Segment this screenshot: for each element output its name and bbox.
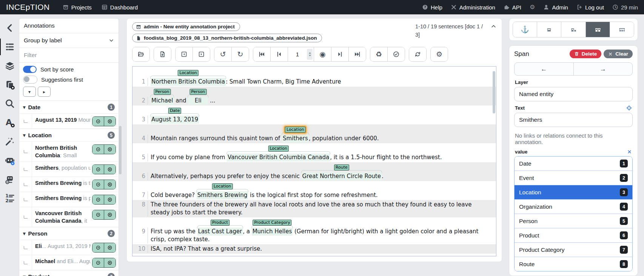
crosshair-icon[interactable] bbox=[626, 105, 632, 111]
panel-left-button[interactable] bbox=[176, 47, 193, 61]
annotation-label-chip[interactable]: Product Category bbox=[253, 220, 292, 226]
suggestion-item[interactable]: Northern British Columbia: Small Town Ch… bbox=[19, 141, 119, 161]
pin-scroll-button[interactable]: ⚓ bbox=[513, 22, 537, 37]
check-circle-button[interactable] bbox=[387, 47, 405, 61]
annotated-span[interactable]: Last Cast LagerProduct bbox=[197, 228, 243, 236]
annotated-span[interactable]: EliPerson bbox=[188, 97, 208, 105]
redo-button[interactable]: ↻ bbox=[231, 47, 249, 61]
nav-item-29-min[interactable]: 29 min bbox=[612, 4, 638, 11]
rail-item-robot[interactable] bbox=[0, 152, 19, 169]
mode-wide-button[interactable] bbox=[610, 22, 634, 37]
rail-item-annotations-list[interactable] bbox=[0, 39, 19, 55]
reject-annotation-button[interactable] bbox=[104, 210, 116, 219]
filter-input[interactable]: Filter bbox=[19, 48, 119, 63]
suggestion-item[interactable]: Smithers Brewing is p bbox=[19, 192, 119, 207]
expand-all-button[interactable]: ▸ bbox=[38, 87, 51, 97]
document-scrollbar[interactable] bbox=[493, 71, 495, 113]
suggestion-item[interactable]: Smithers, population u bbox=[19, 161, 119, 177]
annotation-label-chip[interactable]: Person bbox=[154, 89, 171, 95]
annotation-label-chip[interactable]: Date bbox=[168, 108, 181, 114]
reject-annotation-button[interactable] bbox=[104, 195, 116, 204]
annotated-span[interactable]: Vancouver British Columbia CanadaLocatio… bbox=[227, 154, 330, 161]
refresh-button[interactable] bbox=[409, 47, 426, 61]
group-header-location[interactable]: ▾Location5 bbox=[19, 129, 119, 141]
rail-item-letter-a[interactable]: A bbox=[0, 114, 19, 131]
rail-item-magic-wand[interactable] bbox=[0, 133, 19, 150]
group-header-person[interactable]: ▾Person2 bbox=[19, 227, 119, 240]
suggestion-item[interactable]: Michael and Eli... Augu bbox=[19, 255, 119, 270]
mode-chips-button[interactable] bbox=[585, 22, 610, 37]
group-header-product[interactable]: ▾Product7 bbox=[19, 270, 119, 276]
rail-item-search[interactable] bbox=[0, 95, 19, 112]
rail-item-chevron-left[interactable] bbox=[0, 20, 19, 36]
jump-to-annotation-button[interactable] bbox=[92, 243, 104, 252]
focus-button[interactable]: ◉ bbox=[314, 47, 331, 61]
nav-item-api[interactable]: API bbox=[504, 4, 521, 11]
reject-annotation-button[interactable] bbox=[104, 117, 116, 126]
group-header-date[interactable]: ▾Date1 bbox=[19, 101, 119, 113]
page-number-input[interactable]: 1 bbox=[288, 47, 314, 61]
rail-item-numbered-list[interactable]: 12 bbox=[0, 190, 19, 206]
nav-item-gear[interactable]: ⚙ bbox=[530, 4, 535, 10]
settings-button[interactable]: ⚙ bbox=[431, 47, 448, 61]
chevron-up-icon[interactable] bbox=[491, 23, 496, 29]
reject-annotation-button[interactable] bbox=[104, 180, 116, 189]
annotation-label-chip[interactable]: Route bbox=[334, 164, 349, 171]
rail-item-layers[interactable] bbox=[0, 57, 19, 74]
jump-to-annotation-button[interactable] bbox=[92, 165, 104, 174]
prev-annotation-button[interactable]: ← bbox=[515, 63, 573, 75]
nav-next-button[interactable] bbox=[331, 47, 348, 61]
value-option-product-category[interactable]: Product Category7 bbox=[515, 242, 632, 257]
nav-item-projects[interactable]: Projects bbox=[63, 4, 92, 11]
app-logo[interactable]: INCEpTION bbox=[6, 3, 50, 12]
nav-first-button[interactable] bbox=[253, 47, 270, 61]
mode-labels-button[interactable] bbox=[561, 22, 585, 37]
suggestion-item[interactable]: Vancouver British Columbia Canada, it is… bbox=[19, 207, 119, 227]
jump-to-annotation-button[interactable] bbox=[92, 180, 104, 189]
suggestion-item[interactable]: Eli... August 13, 2019 M bbox=[19, 240, 119, 255]
reject-annotation-button[interactable] bbox=[104, 145, 116, 154]
suggestion-item[interactable]: Smithers Brewing is th bbox=[19, 177, 119, 192]
annotated-span[interactable]: Northern British ColumbiaLocation bbox=[151, 78, 226, 86]
close-icon[interactable] bbox=[627, 149, 632, 154]
reject-annotation-button[interactable] bbox=[104, 258, 116, 267]
delete-button[interactable]: Delete bbox=[570, 50, 602, 58]
value-option-date[interactable]: Date1 bbox=[515, 157, 632, 171]
collapse-all-button[interactable]: ▾ bbox=[23, 87, 36, 97]
nav-item-admin[interactable]: Admin bbox=[543, 4, 568, 11]
value-option-product[interactable]: Product6 bbox=[515, 228, 632, 242]
sidebar-scrollbar[interactable] bbox=[119, 126, 122, 174]
annotated-span[interactable]: Great Northern Circle RouteRoute bbox=[302, 172, 382, 180]
value-option-location[interactable]: Location3 bbox=[515, 185, 632, 199]
clear-button[interactable]: Clear bbox=[604, 50, 633, 58]
toggle-switch[interactable] bbox=[23, 76, 37, 84]
jump-to-annotation-button[interactable] bbox=[92, 258, 104, 267]
annotated-span[interactable]: MichaelPerson bbox=[151, 97, 174, 105]
jump-to-annotation-button[interactable] bbox=[92, 195, 104, 204]
toggle-switch[interactable] bbox=[23, 66, 37, 73]
panel-right-button[interactable] bbox=[193, 47, 210, 61]
recycle-button[interactable]: ♻ bbox=[370, 47, 387, 61]
annotated-span[interactable]: Munich HellesProduct Category bbox=[252, 228, 293, 236]
next-annotation-button[interactable]: → bbox=[573, 63, 633, 75]
reject-annotation-button[interactable] bbox=[104, 243, 116, 252]
value-option-organization[interactable]: Organization4 bbox=[515, 199, 632, 214]
value-option-route[interactable]: Route8 bbox=[515, 257, 632, 271]
group-by-select[interactable]: Group by label bbox=[19, 33, 119, 48]
value-option-event[interactable]: Event2 bbox=[515, 171, 632, 185]
reject-annotation-button[interactable] bbox=[104, 165, 116, 174]
nav-last-button[interactable] bbox=[348, 47, 366, 61]
annotation-label-chip[interactable]: Location bbox=[285, 127, 306, 133]
annotation-label-chip[interactable]: Person bbox=[190, 89, 206, 95]
nav-item-log-out[interactable]: Log out bbox=[576, 4, 604, 11]
nav-prev-button[interactable] bbox=[270, 47, 288, 61]
rail-item-documents[interactable] bbox=[0, 76, 19, 93]
suggestion-item[interactable]: August 13, 2019 Moun bbox=[19, 113, 119, 129]
layer-field[interactable]: Named entity bbox=[514, 87, 633, 101]
annotation-label-chip[interactable]: Location bbox=[268, 146, 289, 152]
nav-item-administration[interactable]: Administration bbox=[451, 4, 495, 11]
annotated-span[interactable]: Smithers BrewingLocation bbox=[197, 191, 248, 199]
file-export-button[interactable] bbox=[154, 47, 171, 61]
annotated-span[interactable]: SmithersLocation bbox=[282, 135, 309, 143]
rail-item-robot-chat[interactable] bbox=[0, 171, 19, 188]
